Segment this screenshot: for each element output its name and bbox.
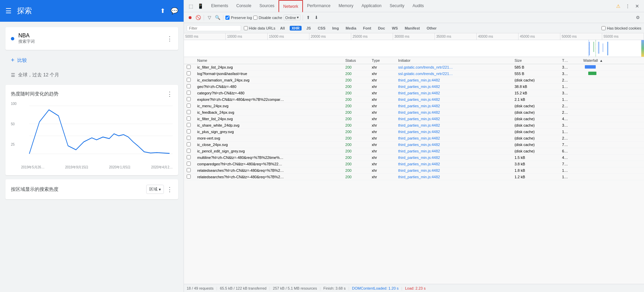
row-checkbox[interactable] (187, 116, 191, 121)
table-row[interactable]: ic_feedback_24px.svg 200 xhr third_parti… (184, 109, 644, 116)
devtools-settings-icon[interactable]: ⋮ (624, 2, 632, 10)
tab-application[interactable]: Application (357, 0, 386, 12)
table-row[interactable]: log?format=json&hasfast=true 200 xhr ssl… (184, 71, 644, 77)
row-checkbox[interactable] (187, 168, 191, 172)
tab-network[interactable]: Network (278, 0, 303, 12)
col-header-status[interactable]: Status (343, 57, 369, 64)
tab-memory[interactable]: Memory (335, 0, 357, 12)
initiator-link[interactable]: ssl.gstatic.com/trends_nrtr/221… (398, 72, 453, 76)
type-btn-other[interactable]: Other (425, 26, 439, 31)
row-checkbox[interactable] (187, 162, 191, 166)
row-checkbox[interactable] (187, 78, 191, 82)
tab-audits[interactable]: Audits (408, 0, 428, 12)
row-checkbox[interactable] (187, 110, 191, 114)
row-checkbox[interactable] (187, 104, 191, 108)
row-checkbox[interactable] (187, 142, 191, 146)
row-checkbox[interactable] (187, 149, 191, 153)
initiator-link[interactable]: third_parties_min.js:4482 (398, 143, 440, 147)
initiator-link[interactable]: third_parties_min.js:4482 (398, 110, 440, 114)
initiator-link[interactable]: third_parties_min.js:4482 (398, 85, 440, 89)
table-row[interactable]: category?hl=zh-CN&tz=-480 200 xhr third_… (184, 90, 644, 96)
table-row[interactable]: ic_menu_24px.svg 200 xhr third_parties_m… (184, 103, 644, 109)
type-btn-doc[interactable]: Doc (376, 26, 387, 31)
type-btn-media[interactable]: Media (344, 26, 358, 31)
region-more-icon[interactable]: ⋮ (167, 186, 173, 193)
row-checkbox[interactable] (187, 71, 191, 75)
tab-security[interactable]: Security (386, 0, 408, 12)
network-table-container[interactable]: Name Status Type Initiator Size T… Water… (184, 57, 644, 284)
devtools-close-icon[interactable]: ✕ (633, 2, 641, 10)
has-blocked-checkbox[interactable] (601, 26, 606, 30)
throttling-select[interactable]: Online ▾ (284, 15, 301, 20)
search-button[interactable]: 🔍 (214, 14, 221, 21)
tab-elements[interactable]: Elements (207, 0, 232, 12)
clear-button[interactable]: 🚫 (195, 14, 202, 21)
col-header-size[interactable]: Size (512, 57, 559, 64)
col-header-type[interactable]: Type (369, 57, 395, 64)
disable-cache-checkbox[interactable] (253, 16, 257, 20)
row-checkbox[interactable] (187, 123, 191, 127)
row-checkbox[interactable] (187, 129, 191, 133)
table-row[interactable]: ic_filter_list_24px.svg 200 xhr third_pa… (184, 116, 644, 122)
search-term-more-icon[interactable]: ⋮ (167, 35, 173, 42)
compare-section[interactable]: + 比较 (5, 54, 178, 67)
preserve-log-checkbox[interactable] (225, 16, 230, 20)
initiator-link[interactable]: third_parties_min.js:4482 (398, 78, 440, 82)
row-checkbox[interactable] (187, 65, 191, 69)
initiator-link[interactable]: third_parties_min.js:4482 (398, 130, 440, 134)
table-row[interactable]: ic_share_white_24dp.svg 200 xhr third_pa… (184, 122, 644, 129)
row-checkbox[interactable] (187, 175, 191, 179)
share-icon[interactable]: ⬆ (160, 7, 165, 15)
preserve-log-label[interactable]: Preserve log (225, 16, 252, 20)
table-row[interactable]: ic_plus_sign_grey.svg 200 xhr third_part… (184, 129, 644, 135)
row-checkbox[interactable] (187, 136, 191, 140)
table-row[interactable]: geo?hl=zh-CN&tz=-480 200 xhr third_parti… (184, 84, 644, 90)
type-btn-xhr[interactable]: XHR (290, 26, 302, 31)
row-checkbox[interactable] (187, 84, 191, 88)
initiator-link[interactable]: third_parties_min.js:4482 (398, 123, 440, 127)
chart-more-icon[interactable]: ⋮ (167, 90, 173, 98)
table-row[interactable]: multiline?hl=zh-CN&tz=-480&req=%7B%22tim… (184, 154, 644, 161)
table-row[interactable]: ic_filter_list_24px.svg 200 xhr ssl.gsta… (184, 64, 644, 71)
tab-sources[interactable]: Sources (255, 0, 278, 12)
initiator-link[interactable]: third_parties_min.js:4482 (398, 136, 440, 140)
disable-cache-label[interactable]: Disable cache (253, 16, 282, 20)
network-settings-icon[interactable]: ⚙ (634, 14, 641, 21)
initiator-link[interactable]: third_parties_min.js:4482 (398, 97, 440, 102)
table-row[interactable]: comparedgeo?hl=zh-CN&tz=-480&req=%7B%22…… (184, 161, 644, 167)
table-row[interactable]: ic_pencil_edit_sign_grey.svg 200 xhr thi… (184, 148, 644, 154)
row-checkbox[interactable] (187, 155, 191, 159)
tab-console[interactable]: Console (232, 0, 255, 12)
region-dropdown-button[interactable]: 区域 ▾ (146, 185, 164, 194)
col-header-name[interactable]: Name (194, 57, 342, 64)
table-row[interactable]: ic_exclamation_mark_24px.svg 200 xhr thi… (184, 77, 644, 84)
type-btn-js[interactable]: JS (304, 26, 313, 31)
col-header-waterfall[interactable]: Waterfall ▲ (580, 57, 644, 64)
filter-input[interactable] (189, 26, 239, 30)
row-checkbox[interactable] (187, 91, 191, 95)
table-row[interactable]: more-vert.svg 200 xhr third_parties_min.… (184, 135, 644, 142)
import-har-icon[interactable]: ⬆ (305, 14, 312, 21)
type-btn-css[interactable]: CSS (316, 26, 327, 31)
hide-data-urls-label[interactable]: Hide data URLs (244, 26, 275, 30)
initiator-link[interactable]: third_parties_min.js:4482 (398, 91, 440, 95)
table-row[interactable]: relatedsearches?hl=zh-CN&tz=-480&req=%7B… (184, 167, 644, 174)
chat-icon[interactable]: 💬 (171, 7, 178, 15)
table-row[interactable]: explore?hl=zh-CN&tz=-480&req=%7B%22compa… (184, 96, 644, 103)
inspect-element-icon[interactable]: ⬚ (187, 2, 195, 10)
record-button[interactable]: ⏺ (187, 14, 193, 21)
initiator-link[interactable]: third_parties_min.js:4482 (398, 168, 440, 172)
initiator-link[interactable]: third_parties_min.js:4482 (398, 104, 440, 108)
type-btn-all[interactable]: All (278, 26, 287, 31)
type-btn-ws[interactable]: WS (390, 26, 400, 31)
initiator-link[interactable]: third_parties_min.js:4482 (398, 117, 440, 121)
type-btn-img[interactable]: Img (330, 26, 341, 31)
has-blocked-cookies-label[interactable]: Has blocked cookies (601, 26, 641, 30)
col-header-time[interactable]: T… (559, 57, 580, 64)
filter-button[interactable]: ▽ (206, 14, 213, 21)
hide-data-urls-checkbox[interactable] (244, 26, 248, 30)
type-btn-manifest[interactable]: Manifest (403, 26, 422, 31)
table-row[interactable]: relatedsearches?hl=zh-CN&tz=-480&req=%7B… (184, 174, 644, 180)
row-checkbox[interactable] (187, 97, 191, 101)
initiator-link[interactable]: third_parties_min.js:4482 (398, 175, 440, 179)
